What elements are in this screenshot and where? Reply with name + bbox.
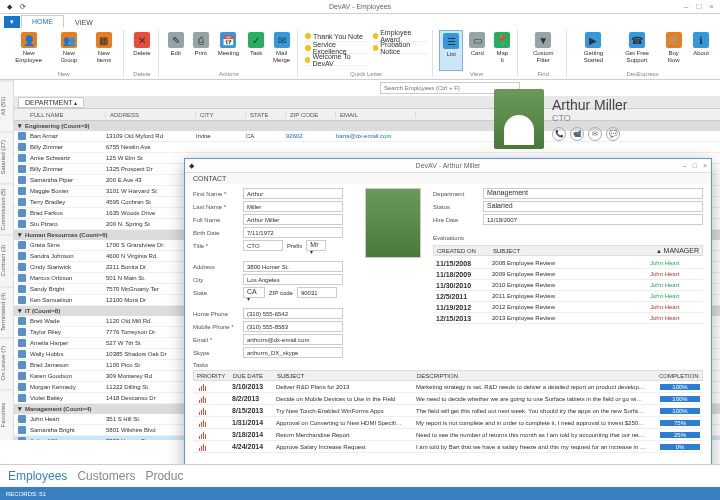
zip-input[interactable]: [297, 287, 337, 298]
task-row[interactable]: 4/24/2014Approve Salary Increase Request…: [193, 441, 703, 453]
view-list-button[interactable]: ☰List: [439, 30, 463, 71]
quick-letter-list[interactable]: Thank You Note Service Excellence Welcom…: [304, 30, 369, 71]
contact-card: Arthur Miller CTO 📞 📹 ✉ 💬: [494, 86, 714, 152]
map-it-button[interactable]: 📍Map It: [491, 30, 513, 71]
maximize-icon[interactable]: □: [696, 2, 701, 11]
eval-row[interactable]: 11/19/20122012 Employee ReviewJohn Heart: [433, 302, 703, 313]
email-input[interactable]: [243, 334, 343, 345]
qa-icon[interactable]: ⟳: [18, 2, 28, 12]
skype-input[interactable]: [243, 347, 343, 358]
first-name-input[interactable]: [243, 188, 343, 199]
task-row[interactable]: 3/18/2014Return Merchandise ReportNeed t…: [193, 429, 703, 441]
contact-photo: [494, 89, 544, 149]
dialog-title: DevAV - Arthur Miller: [416, 162, 481, 169]
app-icon: ◆: [4, 2, 14, 12]
eval-grid[interactable]: 11/15/20082008 Employee ReviewJohn Heart…: [433, 258, 703, 324]
contact-name: Arthur Miller: [552, 97, 627, 113]
tab-home[interactable]: HOME: [21, 15, 64, 28]
nav-products[interactable]: Produc: [145, 469, 183, 483]
eval-header: CREATED ON SUBJECT ▲ MANAGER: [433, 245, 703, 256]
tab-terminated[interactable]: Terminated (4): [0, 286, 13, 337]
home-phone-input[interactable]: [243, 308, 343, 319]
tab-salaried[interactable]: Salaried (27): [0, 131, 13, 182]
tab-onleave[interactable]: On Leave (7): [0, 337, 13, 388]
getting-started-button[interactable]: ▶Getting Started: [573, 30, 614, 71]
eval-row[interactable]: 11/15/20082008 Employee ReviewJohn Heart: [433, 258, 703, 269]
mobile-phone-input[interactable]: [243, 321, 343, 332]
task-header: PRIORITY DUE DATE SUBJECT DESCRIPTION CO…: [193, 370, 703, 381]
footer: Employees Customers Produc RECORDS: 51: [0, 464, 720, 500]
state-select[interactable]: CA ▾: [243, 287, 265, 298]
minimize-icon[interactable]: –: [684, 2, 688, 11]
tab-contract[interactable]: Contract (3): [0, 234, 13, 285]
group-new-label: New: [8, 71, 119, 77]
buy-now-button[interactable]: 🛒Buy Now: [660, 30, 687, 71]
email-icon[interactable]: ✉: [588, 127, 602, 141]
task-row[interactable]: 8/2/2013Decide on Mobile Devices to Use …: [193, 393, 703, 405]
view-card-button[interactable]: ▭Card: [466, 30, 488, 71]
new-items-button[interactable]: ▦New Items: [88, 30, 119, 71]
dialog-minimize-icon[interactable]: –: [683, 162, 687, 169]
meeting-button[interactable]: 📅Meeting: [215, 30, 242, 71]
chat-icon[interactable]: 💬: [606, 127, 620, 141]
contact-title: CTO: [552, 113, 627, 123]
dept-select[interactable]: Management: [483, 188, 703, 199]
dialog-maximize-icon[interactable]: □: [693, 162, 697, 169]
delete-button[interactable]: ✕Delete: [130, 30, 153, 71]
tab-all[interactable]: All (51): [0, 80, 13, 131]
task-button[interactable]: ✓Task: [245, 30, 267, 71]
eval-row[interactable]: 12/5/20112011 Employee ReviewJohn Heart: [433, 291, 703, 302]
task-row[interactable]: 3/10/2013Deliver R&D Plans for 2013Marke…: [193, 381, 703, 393]
print-button[interactable]: ⎙Print: [190, 30, 212, 71]
address-input[interactable]: [243, 261, 343, 272]
dialog-photo: [365, 188, 421, 258]
hire-date-input[interactable]: [483, 214, 703, 225]
city-input[interactable]: [243, 274, 343, 285]
contact-dialog: ◆ DevAV - Arthur Miller – □ × CONTACT Fi…: [184, 158, 712, 480]
window-title: DevAV - Employees: [329, 3, 391, 10]
nav-employees[interactable]: Employees: [8, 469, 67, 483]
title-input[interactable]: [243, 240, 283, 251]
side-tabs: All (51) Salaried (27) Commission (5) Co…: [0, 80, 14, 440]
full-name-input[interactable]: [243, 214, 343, 225]
support-button[interactable]: ☎Get Free Support: [617, 30, 658, 71]
main-titlebar: ◆ ⟳ DevAV - Employees – □ ×: [0, 0, 720, 14]
tab-view[interactable]: VIEW: [65, 17, 103, 28]
tab-commission[interactable]: Commission (5): [0, 183, 13, 234]
mail-merge-button[interactable]: ✉Mail Merge: [270, 30, 293, 71]
eval-row[interactable]: 12/15/20132013 Employee ReviewJohn Heart: [433, 313, 703, 324]
prefix-select[interactable]: Mr ▾: [306, 240, 326, 251]
edit-button[interactable]: ✎Edit: [165, 30, 187, 71]
birth-date-input[interactable]: [243, 227, 343, 238]
close-icon[interactable]: ×: [709, 2, 714, 11]
dialog-section: CONTACT: [185, 173, 711, 184]
file-tab[interactable]: ▾: [4, 16, 20, 28]
eval-row[interactable]: 11/18/20092009 Employee ReviewJohn Heart: [433, 269, 703, 280]
eval-row[interactable]: 11/30/20102010 Employee ReviewJohn Heart: [433, 280, 703, 291]
new-employee-button[interactable]: 👤New Employee: [8, 30, 49, 71]
dialog-app-icon: ◆: [185, 162, 194, 170]
ribbon: 👤New Employee 👥New Group ▦New Items New …: [0, 28, 720, 80]
status-bar: RECORDS: 51: [0, 487, 720, 500]
task-row[interactable]: 1/31/2014Approval on Converting to New H…: [193, 417, 703, 429]
video-icon[interactable]: 📹: [570, 127, 584, 141]
phone-icon[interactable]: 📞: [552, 127, 566, 141]
new-group-button[interactable]: 👥New Group: [52, 30, 85, 71]
about-button[interactable]: ℹAbout: [690, 30, 712, 71]
task-grid[interactable]: 3/10/2013Deliver R&D Plans for 2013Marke…: [193, 381, 703, 453]
status-select[interactable]: Salaried: [483, 201, 703, 212]
tab-favorites[interactable]: Favorites: [0, 389, 13, 440]
custom-filter-button[interactable]: ▼Custom Filter: [524, 30, 562, 71]
dept-dropdown[interactable]: DEPARTMENT ▴: [18, 97, 84, 108]
last-name-input[interactable]: [243, 201, 343, 212]
ribbon-tabs: ▾ HOME VIEW: [0, 14, 720, 28]
quick-letter-list-2[interactable]: Employee Award Probation Notice: [372, 30, 429, 71]
dialog-close-icon[interactable]: ×: [703, 162, 707, 169]
nav-customers[interactable]: Customers: [77, 469, 135, 483]
task-row[interactable]: 8/15/2013Try New Touch-Enabled WinForms …: [193, 405, 703, 417]
